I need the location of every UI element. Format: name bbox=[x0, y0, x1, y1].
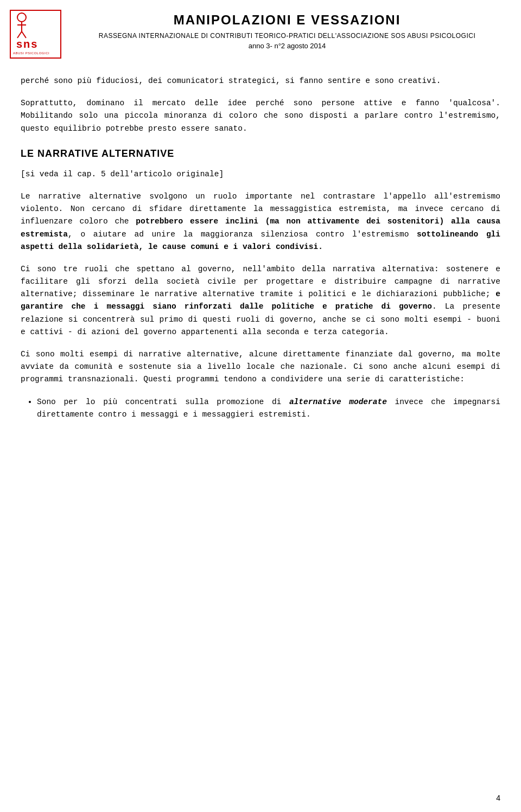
svg-line-3 bbox=[17, 31, 22, 38]
paragraph-4: Le narrative alternative svolgono un ruo… bbox=[21, 190, 500, 253]
content-area: perché sono più fiduciosi, dei comunicat… bbox=[0, 64, 521, 443]
subtitle: RASSEGNA INTERNAZIONALE DI CONTRIBUTI TE… bbox=[69, 32, 505, 40]
year-line: anno 3- n°2 agosto 2014 bbox=[69, 42, 505, 50]
bullet-item-1: Sono per lo più concentrati sulla promoz… bbox=[37, 396, 500, 421]
svg-point-0 bbox=[17, 13, 26, 22]
svg-line-4 bbox=[22, 31, 26, 38]
bullet-1-bold: alternative moderate bbox=[289, 398, 387, 406]
paragraph-3: [si veda il cap. 5 dell'articolo origina… bbox=[21, 168, 500, 181]
paragraph-4-after: , o aiutare ad unire la maggioranza sile… bbox=[68, 230, 417, 239]
page-number: 4 bbox=[496, 794, 500, 802]
header: sns ABUSI PSICOLOGICI MANIPOLAZIONI E VE… bbox=[0, 0, 521, 64]
paragraph-5-before: Ci sono tre ruoli che spettano al govern… bbox=[21, 265, 500, 298]
svg-text:sns: sns bbox=[16, 38, 38, 50]
bullet-1-before: Sono per lo più concentrati sulla promoz… bbox=[37, 398, 289, 406]
header-title-area: MANIPOLAZIONI E VESSAZIONI RASSEGNA INTE… bbox=[69, 10, 505, 50]
svg-text:ABUSI PSICOLOGICI: ABUSI PSICOLOGICI bbox=[13, 52, 49, 55]
paragraph-5: Ci sono tre ruoli che spettano al govern… bbox=[21, 263, 500, 338]
paragraph-1: perché sono più fiduciosi, dei comunicat… bbox=[21, 75, 500, 87]
paragraph-6: Ci sono molti esempi di narrative altern… bbox=[21, 348, 500, 386]
paragraph-2: Soprattutto, dominano il mercato delle i… bbox=[21, 97, 500, 135]
logo-svg: sns ABUSI PSICOLOGICI bbox=[11, 11, 60, 57]
section-heading: LE NARRATIVE ALTERNATIVE bbox=[21, 148, 500, 159]
main-title: MANIPOLAZIONI E VESSAZIONI bbox=[69, 12, 505, 28]
logo-box: sns ABUSI PSICOLOGICI bbox=[10, 10, 61, 59]
page: sns ABUSI PSICOLOGICI MANIPOLAZIONI E VE… bbox=[0, 0, 521, 812]
bullet-list: Sono per lo più concentrati sulla promoz… bbox=[37, 396, 500, 421]
logo-area: sns ABUSI PSICOLOGICI bbox=[10, 10, 69, 59]
